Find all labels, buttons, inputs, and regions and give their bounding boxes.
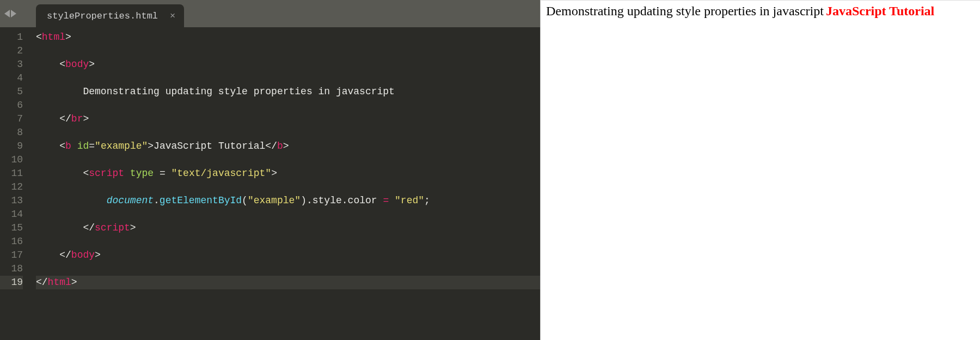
line-number: 2 [0, 44, 23, 58]
close-icon[interactable]: × [170, 11, 175, 21]
line-number: 1 [0, 31, 23, 44]
code-line: document.getElementById("example").style… [36, 194, 540, 208]
file-tab[interactable]: styleProperties.html × [36, 4, 184, 27]
editor-pane: styleProperties.html × 12345678910111213… [0, 0, 540, 340]
code-line: </body> [36, 248, 540, 262]
line-number: 6 [0, 99, 23, 112]
code-line: <html> [36, 31, 540, 44]
code-line [36, 262, 540, 276]
code-line: <b id="example">JavaScript Tutorial</b> [36, 139, 540, 153]
line-number: 4 [0, 71, 23, 85]
line-number: 17 [0, 248, 23, 262]
code-line: <script type = "text/javascript"> [36, 167, 540, 180]
line-number: 12 [0, 180, 23, 194]
line-number: 7 [0, 112, 23, 126]
code-line: <body> [36, 58, 540, 71]
code-line [36, 180, 540, 194]
line-number: 13 [0, 194, 23, 208]
code-area[interactable]: 12345678910111213141516171819 <html> <bo… [0, 27, 540, 340]
code-line: Demonstrating updating style properties … [36, 85, 540, 99]
line-number: 8 [0, 126, 23, 139]
code-line: </script> [36, 221, 540, 235]
code-line [36, 126, 540, 139]
line-number: 19 [0, 276, 23, 289]
line-number-gutter: 12345678910111213141516171819 [0, 31, 28, 340]
code-line [36, 44, 540, 58]
nav-arrows [0, 0, 21, 27]
line-number: 5 [0, 85, 23, 99]
code-line: </html> [36, 276, 540, 289]
preview-text: Demonstrating updating style properties … [546, 4, 824, 18]
preview-pane: Demonstrating updating style properties … [540, 0, 980, 340]
code-line [36, 208, 540, 221]
code-content[interactable]: <html> <body> Demonstrating updating sty… [28, 31, 540, 340]
line-number: 3 [0, 58, 23, 71]
line-number: 10 [0, 153, 23, 167]
code-line [36, 71, 540, 85]
tab-bar: styleProperties.html × [0, 0, 540, 27]
line-number: 14 [0, 208, 23, 221]
code-line [36, 99, 540, 112]
line-number: 9 [0, 139, 23, 153]
tab-filename: styleProperties.html [47, 11, 158, 21]
line-number: 11 [0, 167, 23, 180]
code-line [36, 153, 540, 167]
preview-bold-text: JavaScript Tutorial [826, 4, 934, 18]
nav-back-icon[interactable] [4, 10, 10, 17]
line-number: 16 [0, 235, 23, 248]
line-number: 18 [0, 262, 23, 276]
line-number: 15 [0, 221, 23, 235]
code-line [36, 235, 540, 248]
nav-forward-icon[interactable] [11, 10, 16, 17]
code-line: </br> [36, 112, 540, 126]
